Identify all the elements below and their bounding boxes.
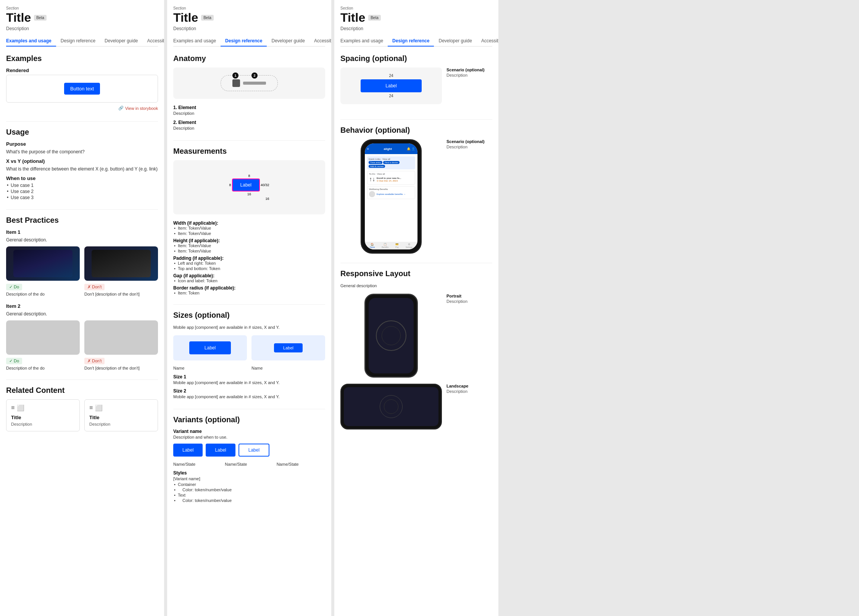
size2-block: Size 2 Mobile app [component] are availa… xyxy=(173,388,325,400)
do-card-1: ✓ Do Description of the do xyxy=(6,246,80,296)
anatomy-inner: 1 2 xyxy=(221,75,278,91)
size-name-2: Name xyxy=(251,365,325,372)
dont-image-1 xyxy=(84,246,158,281)
variant-btn-solid[interactable]: Label xyxy=(173,444,203,457)
measurement-diagram: 8 8 Label 40/32 16 16 xyxy=(173,160,325,214)
spacing-diagram: 24 Label 24 xyxy=(340,68,442,104)
related-card-desc-1: Description xyxy=(11,422,75,426)
box-icon-2: ⬜ xyxy=(95,404,103,412)
related-card-title-1: Title xyxy=(11,415,75,420)
divider-1 xyxy=(6,121,158,122)
spacing-label-btn: Label xyxy=(361,79,422,92)
best-practices-section: Best Practices Item 1 Gerenal descriptio… xyxy=(6,216,158,370)
tab-dev-guide-1[interactable]: Developer guide xyxy=(100,36,142,47)
sizes-desc: Mobile app [component] are available in … xyxy=(173,324,325,331)
styles-sub: [Variant name] xyxy=(173,476,325,482)
tabs-panel-3: Examples and usage Design reference Deve… xyxy=(340,36,492,47)
behavior-content: ≡ alight 🔔 👤 Quick Links · View all Time… xyxy=(340,139,492,254)
section-label-2: Section xyxy=(173,6,325,10)
section-label-3: Section xyxy=(340,6,492,10)
variant-btn-outline[interactable]: Label xyxy=(239,444,269,457)
related-card-icon-2: ≡ ⬜ xyxy=(89,404,153,412)
size-name-row: Name Name xyxy=(173,365,325,372)
tab-accessibility-2[interactable]: Accessibility xyxy=(309,36,331,47)
preview-button[interactable]: Button text xyxy=(64,83,100,95)
do-image-1 xyxy=(6,246,80,281)
tab-examples-usage-3[interactable]: Examples and usage xyxy=(340,36,388,47)
tab-accessibility-1[interactable]: Accessibility xyxy=(143,36,164,47)
width-list: Item: Token/Value Item: Token/Value xyxy=(173,226,325,236)
use-case-2: Use case 2 xyxy=(11,189,158,194)
tab-examples-usage-1[interactable]: Examples and usage xyxy=(6,36,56,47)
variant-desc: Description and when to use. xyxy=(173,434,325,441)
name-state-1: Name/State xyxy=(173,461,222,468)
view-storybook-link[interactable]: 🔗 View in storybook xyxy=(6,104,158,112)
do-caption-2: Description of the do xyxy=(6,366,80,370)
related-card-1[interactable]: ≡ ⬜ Title Description xyxy=(6,399,80,431)
do-caption-1: Description of the do xyxy=(6,292,80,296)
border-section: Border radius (if applicable): Item: Tok… xyxy=(173,285,325,295)
use-case-1: Use case 1 xyxy=(11,183,158,188)
landscape-label: Landscape xyxy=(446,384,492,388)
tab-examples-usage-2[interactable]: Examples and usage xyxy=(173,36,221,47)
do-badge-2: ✓ Do xyxy=(6,358,22,364)
tab-design-ref-1[interactable]: Design reference xyxy=(56,36,100,47)
spacing-section: Spacing (optional) 24 Label 24 Scenario … xyxy=(340,54,492,110)
sizes-section: Sizes (optional) Mobile app [component] … xyxy=(173,311,325,400)
best-practices-heading: Best Practices xyxy=(6,216,158,225)
measure-num-bottom: 16 xyxy=(229,192,269,196)
size-btn-small[interactable]: Label xyxy=(274,343,303,352)
xvsy-text: What is the difference between the eleme… xyxy=(6,166,158,172)
landscape-row: Landscape Description xyxy=(340,384,492,429)
rendered-preview: Button text xyxy=(6,75,158,103)
do-card-2: ✓ Do Description of the do xyxy=(6,320,80,370)
panel-examples-usage: Section Title Beta Description Examples … xyxy=(0,0,164,616)
spacing-scenario-label: Scenario (optional) xyxy=(446,68,492,72)
beta-badge-2: Beta xyxy=(201,15,214,21)
anatomy-section: Anatomy 1 2 1. Element Description 2. El… xyxy=(173,54,325,131)
do-image-2 xyxy=(6,320,80,355)
tabs-panel-2: Examples and usage Design reference Deve… xyxy=(173,36,325,47)
measurement-button: Label xyxy=(232,179,260,191)
dont-image-2 xyxy=(84,320,158,355)
portrait-phone-container xyxy=(340,294,442,378)
anatomy-element-bar xyxy=(243,82,266,85)
behavior-scenario-desc: Description xyxy=(446,145,492,149)
size-box-1: Label xyxy=(173,335,247,360)
size-btn-large[interactable]: Label xyxy=(189,341,231,354)
dont-card-2: ✗ Don't Don't [description of the don't] xyxy=(84,320,158,370)
panel-design-reference-2: Section Title Beta Description Examples … xyxy=(334,0,498,616)
box-icon-1: ⬜ xyxy=(17,404,24,412)
lines-icon-2: ≡ xyxy=(89,404,93,412)
responsive-heading: Responsive Layout xyxy=(340,269,492,278)
do-badge-1: ✓ Do xyxy=(6,284,22,290)
beta-badge-3: Beta xyxy=(368,15,381,21)
spacing-content: 24 Label 24 Scenario (optional) Descript… xyxy=(340,68,492,110)
examples-section: Examples Rendered Button text 🔗 View in … xyxy=(6,54,158,112)
tab-design-ref-2[interactable]: Design reference xyxy=(221,36,267,47)
spacing-num-bottom: 24 xyxy=(347,94,436,98)
xvsy-label: X vs Y (optional) xyxy=(6,158,158,164)
tab-dev-guide-2[interactable]: Developer guide xyxy=(267,36,309,47)
section-label-1: Section xyxy=(6,6,158,10)
tab-dev-guide-3[interactable]: Developer guide xyxy=(434,36,476,47)
examples-heading: Examples xyxy=(6,54,158,63)
variant-btn-solid-2[interactable]: Label xyxy=(206,444,235,457)
related-card-2[interactable]: ≡ ⬜ Title Description xyxy=(84,399,158,431)
behavior-heading: Behavior (optional) xyxy=(340,126,492,135)
tab-accessibility-3[interactable]: Accessibility xyxy=(477,36,498,47)
size-box-2: Label xyxy=(251,335,325,360)
tab-design-ref-3[interactable]: Design reference xyxy=(388,36,434,47)
portrait-label: Portrait xyxy=(446,294,492,298)
dont-badge-1: ✗ Don't xyxy=(84,284,105,290)
name-state-2: Name/State xyxy=(225,461,273,468)
portrait-desc: Description xyxy=(446,299,492,304)
related-heading: Related Content xyxy=(6,386,158,395)
item2-label: Item 2 xyxy=(6,303,158,309)
anatomy-num-1: 1 xyxy=(232,72,239,79)
portrait-circle-inner xyxy=(382,326,401,345)
padding-list: Left and right: Token Top and bottom: To… xyxy=(173,261,325,271)
use-case-3: Use case 3 xyxy=(11,195,158,200)
styles-label: Styles xyxy=(173,470,325,476)
measure-left: 8 xyxy=(229,183,231,187)
